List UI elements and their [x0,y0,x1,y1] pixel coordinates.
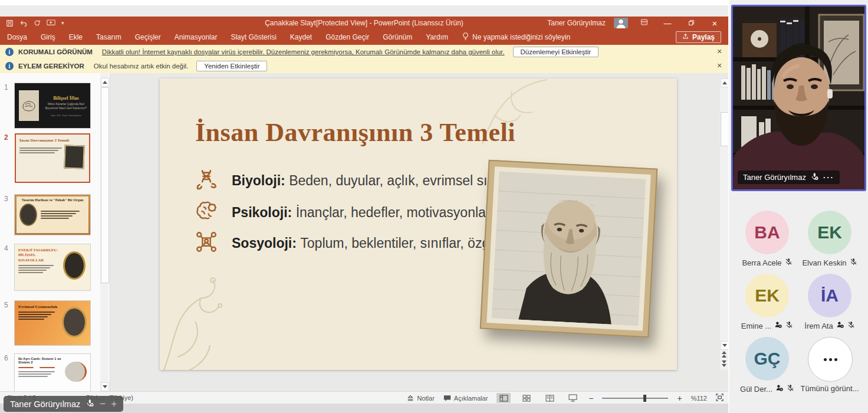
view-all-button[interactable] [808,337,853,382]
slide-thumbnail-2[interactable]: İnsan Davranışının 3 Temeli [15,133,90,183]
tell-me-box[interactable]: Ne yapmak istediğinizi söyleyin [472,33,570,41]
slide-title[interactable]: İnsan Davranışının 3 Temeli [195,117,515,148]
ribbon-tab-geçişler[interactable]: Geçişler [135,33,161,41]
scroll-up-arrow[interactable] [721,78,728,87]
zoom-slider-thumb[interactable] [643,395,646,402]
ribbon-tab-ekle[interactable]: Ekle [69,33,83,41]
ribbon-tab-animasyonlar[interactable]: Animasyonlar [175,33,218,41]
ribbon-tab-giriş[interactable]: Giriş [41,33,55,41]
thumb-text-line [18,270,47,271]
zoom-slider[interactable] [602,398,668,399]
dna-icon [194,167,219,194]
zoom-out-button[interactable]: − [588,394,593,403]
start-slideshow-icon[interactable] [47,19,55,27]
slide-thumbnail-6[interactable]: İki Ayrı Canlı: Sistem 1 ve Sistem 2 [15,354,90,391]
zoom-level[interactable]: %112 [691,395,707,402]
fit-to-window-icon[interactable] [716,394,724,402]
ribbon-tab-slayt-gösterisi[interactable]: Slayt Gösterisi [231,33,276,41]
comments-toggle[interactable]: Açıklamalar [443,395,488,402]
brain-icon [194,199,219,226]
thumb-text-line [19,148,62,149]
close-bar-icon[interactable]: × [714,61,725,70]
save-icon[interactable] [6,19,14,27]
ribbon-tab-gözden-geçir[interactable]: Gözden Geçir [326,33,369,41]
scroll-down-arrow[interactable] [101,382,109,391]
thumbnail-scrollbar[interactable] [100,73,108,391]
shrink-button[interactable]: − [100,398,106,410]
ribbon-tab-görünüm[interactable]: Görünüm [383,33,412,41]
ribbon-display-options-icon[interactable] [636,18,652,28]
ribbon-tab-kaydet[interactable]: Kaydet [290,33,312,41]
enlarge-button[interactable]: + [111,398,117,410]
ribbon-tab-yardım[interactable]: Yardım [426,33,448,41]
scroll-up-arrow[interactable] [101,78,109,87]
current-slide[interactable]: İnsan Davranışının 3 Temeli Biyoloji: Be… [160,78,677,370]
reading-view-button[interactable] [542,393,557,403]
protected-view-bar: i KORUMALI GÖRÜNÜM Dikkatli olun! İntern… [0,45,728,60]
slide-bullet[interactable]: Psikoloji: İnançlar, hedefler, motivasyo… [194,199,494,226]
thumb-text-line [18,272,43,273]
participant-initials: EK [755,286,780,306]
thumb-text-line [41,215,73,217]
thumb-text-line [19,152,55,153]
more-options-icon[interactable]: ··· [823,173,834,182]
mic-muted-icon [850,258,857,267]
slide-scrollbar[interactable] [720,78,728,370]
slide-thumbnail-3[interactable]: Tasarım Harikası ve "Pahalı" Bir Organ [15,195,90,235]
slide-thumbnail-4[interactable]: ENERJİ TASARRUFU: BİLİŞSEL KISAYOLLAR [15,244,90,290]
participant-label: Emine ... [735,321,800,330]
presenter-name: Taner Görüryılmaz [743,173,806,182]
minimize-button[interactable]: — [660,19,675,28]
protected-view-message: Dikkatli olun! İnternet kaynaklı dosyala… [102,48,505,55]
participant-avatar[interactable]: İA [808,274,851,317]
darwin-portrait-image[interactable] [480,160,658,338]
scroll-down-arrow[interactable] [721,341,728,350]
participant-initials: EK [817,222,842,242]
participant-avatar[interactable]: EK [745,274,789,317]
participant-name: Elvan Keskin [802,258,846,267]
restore-button[interactable] [683,19,699,28]
slide-bullet[interactable]: Sosyoloji: Toplum, beklentiler, sınıflar… [194,230,522,257]
slide-sorter-view-button[interactable] [520,393,534,403]
participant-name: Emine ... [741,322,771,330]
enable-editing-button[interactable]: Düzenlemeyi Etkinleştir [513,47,599,57]
qat-customize-icon[interactable]: ▾ [61,20,64,26]
undo-icon[interactable] [19,19,28,27]
participant-avatar[interactable]: BA [745,211,789,254]
user-avatar[interactable] [614,18,628,28]
scrollbar-thumb[interactable] [101,87,109,283]
thumb-text-line [18,265,54,266]
thumbnail-number: 4 [4,244,8,253]
close-bar-icon[interactable]: × [714,47,725,56]
zoom-in-button[interactable]: + [677,394,682,403]
quick-access-toolbar: ▾ [6,19,64,27]
slide-thumbnail-5[interactable]: Evrimsel Uyumsuzluk [15,301,90,345]
shared-screen-name-label: Taner Görüryılmaz − + [4,396,123,412]
scrollbar-thumb[interactable] [721,112,728,146]
title-bar: ▾ Çanakkale Slayt[Protected View] - Powe… [0,17,728,30]
redo-icon[interactable] [34,19,41,27]
protected-view-label: KORUMALI GÖRÜNÜM [18,48,93,55]
info-icon: i [5,62,14,70]
reactivate-button[interactable]: Yeniden Etkinleştir [196,61,267,71]
notes-toggle[interactable]: Notlar [407,395,434,402]
slideshow-view-button[interactable] [565,393,580,403]
botanical-flourish [160,263,290,370]
normal-view-button[interactable] [497,393,511,403]
thumb-text-line [18,316,48,317]
meeting-panel: Taner Görüryılmaz ··· BABerra AceleEKElv… [729,0,868,413]
mic-status-icon[interactable] [810,172,819,182]
slide-bullet[interactable]: Biyoloji: Beden, duyular, açlık, evrimse… [194,167,521,194]
ribbon-tab-tasarım[interactable]: Tasarım [96,33,121,41]
participant-avatar[interactable]: EK [808,211,851,254]
share-button[interactable]: Paylaş [676,31,721,43]
thumb-text-line [18,312,55,313]
participant-avatar[interactable]: GÇ [745,337,789,381]
previous-slide-button[interactable] [721,350,728,358]
mic-status-icon[interactable] [86,399,94,409]
close-button[interactable]: × [707,18,722,28]
next-slide-button[interactable] [721,360,728,368]
presenter-video[interactable]: Taner Görüryılmaz ··· [731,5,866,191]
ribbon-tab-dosya[interactable]: Dosya [7,33,27,41]
slide-thumbnail-1[interactable]: Bilişsel İflasMikro Kararlar Çağında İlk… [15,83,90,128]
